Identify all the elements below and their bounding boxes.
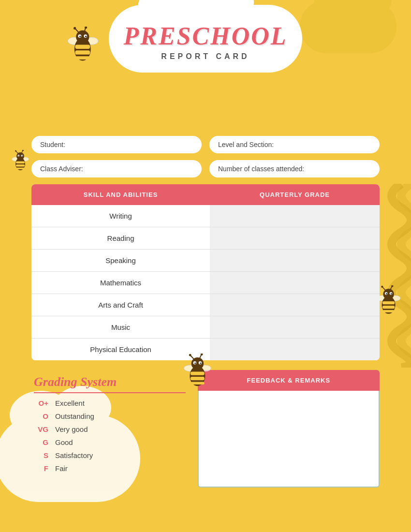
page-title: PRESCHOOL [123, 22, 287, 50]
grade-cell[interactable] [210, 205, 380, 227]
grading-system: Grading System O+ExcellentOOutstandingVG… [31, 370, 188, 488]
table-row: Speaking [31, 250, 380, 272]
grade-code: O+ [34, 399, 48, 407]
fields-row-1: Student: Level and Section: [31, 136, 380, 153]
grading-rows: O+ExcellentOOutstandingVGVery goodGGoodS… [34, 399, 186, 473]
svg-point-59 [200, 362, 201, 364]
grade-code: F [34, 464, 48, 473]
skill-cell: Writing [31, 205, 210, 227]
grades-table: SKILL AND ABILITIES QUARTERLY GRADE Writ… [31, 184, 380, 360]
svg-point-13 [79, 36, 81, 37]
col-grade-header: QUARTERLY GRADE [210, 184, 380, 205]
table-row: Arts and Craft [31, 294, 380, 316]
feedback-body[interactable] [198, 391, 380, 488]
grade-code: O [34, 412, 48, 420]
svg-point-14 [85, 36, 87, 37]
grade-description: Outstanding [55, 412, 94, 420]
table-row: Music [31, 316, 380, 339]
feedback-section: FEEDBACK & REMARKS [198, 370, 380, 488]
grade-row: GGood [34, 438, 186, 446]
svg-point-1 [73, 27, 76, 30]
grade-cell[interactable] [210, 250, 380, 272]
svg-point-55 [191, 357, 204, 370]
grade-cell[interactable] [210, 294, 380, 316]
grade-cell[interactable] [210, 339, 380, 361]
title-block: PRESCHOOL REPORT CARD [123, 15, 287, 61]
bee-bottom-icon [179, 354, 218, 394]
svg-rect-52 [191, 372, 205, 375]
skill-cell: Music [31, 316, 210, 339]
svg-point-10 [76, 30, 89, 44]
grade-code: S [34, 451, 48, 459]
table-row: Reading [31, 227, 380, 250]
grade-code: G [34, 438, 48, 446]
col-skills-header: SKILL AND ABILITIES [31, 184, 210, 205]
grade-row: FFair [34, 464, 186, 473]
feedback-header: FEEDBACK & REMARKS [198, 370, 380, 391]
grade-row: OOutstanding [34, 412, 186, 420]
svg-rect-8 [75, 50, 90, 55]
grade-description: Excellent [55, 399, 85, 407]
fields-row-2: Class Adviser: Number of classes attende… [31, 160, 380, 177]
table-row: Mathematics [31, 272, 380, 294]
svg-point-58 [194, 362, 196, 364]
svg-point-46 [189, 354, 191, 356]
grade-description: Good [55, 438, 73, 446]
skill-cell: Speaking [31, 250, 210, 272]
classes-attended-field[interactable]: Number of classes attended: [209, 160, 380, 177]
grade-description: Fair [55, 464, 68, 473]
main-content: Student: Level and Section: Class Advise… [0, 136, 411, 360]
skill-cell: Arts and Craft [31, 294, 210, 316]
header: PRESCHOOL REPORT CARD [0, 0, 411, 61]
page-subtitle: REPORT CARD [123, 52, 287, 61]
grading-system-title: Grading System [34, 375, 186, 393]
grade-row: VGVery good [34, 425, 186, 433]
grade-description: Satisfactory [55, 451, 93, 459]
skill-cell: Mathematics [31, 272, 210, 294]
svg-rect-9 [75, 56, 90, 59]
grade-code: VG [34, 425, 48, 433]
grade-cell[interactable] [210, 227, 380, 250]
student-field[interactable]: Student: [31, 136, 202, 153]
bee-top-left-icon [63, 27, 104, 70]
table-row: Writing [31, 205, 380, 227]
grade-cell[interactable] [210, 272, 380, 294]
adviser-field[interactable]: Class Adviser: [31, 160, 202, 177]
grade-cell[interactable] [210, 316, 380, 339]
svg-rect-53 [191, 377, 205, 380]
svg-rect-54 [191, 382, 205, 384]
grade-row: O+Excellent [34, 399, 186, 407]
level-section-field[interactable]: Level and Section: [209, 136, 380, 153]
svg-rect-7 [75, 44, 90, 49]
grade-description: Very good [55, 425, 88, 433]
grade-row: SSatisfactory [34, 451, 186, 459]
skill-cell: Reading [31, 227, 210, 250]
